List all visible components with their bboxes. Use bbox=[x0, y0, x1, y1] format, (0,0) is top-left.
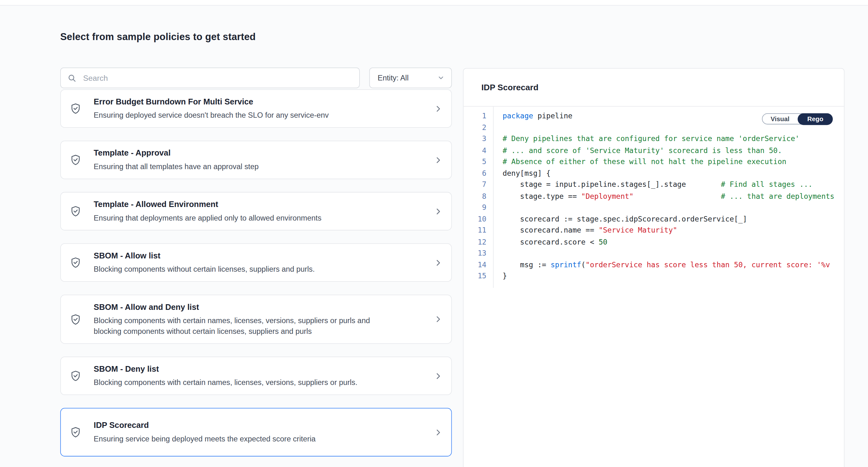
line-number: 5 bbox=[464, 156, 487, 168]
policy-text: SBOM - Deny list Blocking components wit… bbox=[94, 364, 425, 388]
line-number: 6 bbox=[464, 168, 487, 179]
policy-text: SBOM - Allow list Blocking components wi… bbox=[94, 251, 425, 274]
line-number-gutter: 123456789101112131415 bbox=[464, 107, 494, 288]
line-number: 15 bbox=[464, 271, 487, 282]
code-line: stage = input.pipeline.stages[_].stage #… bbox=[502, 179, 844, 191]
code-editor-wrap: Visual Rego 123456789101112131415 packag… bbox=[464, 107, 844, 288]
chevron-right-icon bbox=[434, 105, 442, 113]
policy-card[interactable]: Template - Approval Ensuring that all te… bbox=[60, 141, 452, 179]
code-panel-header: IDP Scorecard bbox=[464, 69, 844, 107]
policy-text: Error Budget Burndown For Multi Service … bbox=[94, 96, 425, 120]
policy-description: Ensuring deployed service doesn't breach… bbox=[94, 110, 375, 120]
policy-title: IDP Scorecard bbox=[94, 420, 425, 431]
search-box bbox=[60, 67, 360, 88]
policy-card[interactable]: SBOM - Allow list Blocking components wi… bbox=[60, 243, 452, 282]
chevron-right-icon bbox=[434, 428, 442, 436]
policy-title: SBOM - Allow and Deny list bbox=[94, 302, 425, 313]
entity-filter-label: Entity: All bbox=[377, 74, 408, 82]
policy-card[interactable]: Template - Allowed Environment Ensuring … bbox=[60, 192, 452, 230]
policy-card[interactable]: SBOM - Allow and Deny list Blocking comp… bbox=[60, 295, 452, 344]
code-line: } bbox=[502, 271, 844, 282]
code-line: scorecard.score < 50 bbox=[502, 236, 844, 248]
code-line bbox=[502, 248, 844, 259]
line-number: 8 bbox=[464, 191, 487, 202]
shield-check-icon bbox=[70, 370, 82, 382]
line-number: 12 bbox=[464, 236, 487, 248]
shield-check-icon bbox=[70, 426, 82, 438]
chevron-right-icon bbox=[434, 155, 442, 164]
code-line: # Deny pipelines that are configured for… bbox=[502, 134, 844, 145]
line-number: 1 bbox=[464, 111, 487, 122]
policy-title: SBOM - Allow list bbox=[94, 251, 425, 261]
shield-check-icon bbox=[70, 205, 82, 217]
line-number: 11 bbox=[464, 225, 487, 236]
code-line: scorecard := stage.spec.idpScorecard.ord… bbox=[502, 213, 844, 225]
view-toggle: Visual Rego bbox=[762, 113, 833, 124]
line-number: 9 bbox=[464, 202, 487, 213]
policy-description: Ensuring that all templates have an appr… bbox=[94, 161, 375, 172]
chevron-right-icon bbox=[434, 315, 442, 323]
chevron-right-icon bbox=[434, 207, 442, 215]
policy-title: Template - Approval bbox=[94, 148, 425, 159]
rego-toggle-button[interactable]: Rego bbox=[798, 113, 833, 125]
policy-card[interactable]: SBOM - Deny list Blocking components wit… bbox=[60, 356, 452, 395]
code-panel: IDP Scorecard Visual Rego 12345678910111… bbox=[463, 68, 845, 467]
page-title: Select from sample policies to get start… bbox=[60, 31, 256, 43]
code-line bbox=[502, 202, 844, 213]
policy-description: Blocking components with certain names, … bbox=[94, 315, 375, 337]
code-line: scorecard.name == "Service Maturity" bbox=[502, 225, 844, 236]
line-number: 13 bbox=[464, 248, 487, 259]
policy-text: Template - Approval Ensuring that all te… bbox=[94, 148, 425, 172]
policy-description: Ensuring service being deployed meets th… bbox=[94, 434, 375, 444]
app-viewport: Select from sample policies to get start… bbox=[0, 0, 868, 467]
line-number: 7 bbox=[464, 179, 487, 191]
visual-toggle-button[interactable]: Visual bbox=[762, 113, 798, 124]
top-bar bbox=[0, 0, 868, 6]
policy-text: SBOM - Allow and Deny list Blocking comp… bbox=[94, 302, 425, 337]
code-line: stage.type == "Deployment" # ... that ar… bbox=[502, 191, 844, 202]
search-icon bbox=[67, 74, 76, 82]
policy-card[interactable]: Error Budget Burndown For Multi Service … bbox=[60, 89, 452, 128]
code-line: # Absence of either of these will not ha… bbox=[502, 156, 844, 168]
panel-title: IDP Scorecard bbox=[481, 83, 538, 92]
shield-check-icon bbox=[70, 103, 82, 114]
search-input[interactable] bbox=[82, 73, 352, 83]
policy-title: SBOM - Deny list bbox=[94, 364, 425, 375]
policy-list: Error Budget Burndown For Multi Service … bbox=[60, 89, 452, 467]
code-line: # ... and score of 'Service Maturity' sc… bbox=[502, 145, 844, 156]
code-editor[interactable]: package pipeline # Deny pipelines that a… bbox=[494, 107, 844, 288]
chevron-right-icon bbox=[434, 258, 442, 267]
entity-filter-dropdown[interactable]: Entity: All bbox=[369, 67, 452, 88]
policy-card[interactable]: IDP Scorecard Ensuring service being dep… bbox=[60, 408, 452, 457]
line-number: 4 bbox=[464, 145, 487, 156]
policy-title: Error Budget Burndown For Multi Service bbox=[94, 96, 425, 107]
chevron-right-icon bbox=[434, 372, 442, 380]
line-number: 3 bbox=[464, 134, 487, 145]
policy-text: Template - Allowed Environment Ensuring … bbox=[94, 199, 425, 223]
policy-description: Blocking components with certain names, … bbox=[94, 377, 375, 388]
shield-check-icon bbox=[70, 313, 82, 325]
code-line: deny[msg] { bbox=[502, 168, 844, 179]
policy-description: Ensuring that deployments are applied on… bbox=[94, 213, 375, 224]
policy-description: Blocking components without certain lice… bbox=[94, 264, 375, 275]
policy-title: Template - Allowed Environment bbox=[94, 199, 425, 210]
shield-check-icon bbox=[70, 257, 82, 268]
line-number: 14 bbox=[464, 259, 487, 270]
code-line: msg := sprintf("orderService has score l… bbox=[502, 259, 844, 270]
shield-check-icon bbox=[70, 154, 82, 166]
policy-text: IDP Scorecard Ensuring service being dep… bbox=[94, 420, 425, 444]
line-number: 10 bbox=[464, 213, 487, 225]
chevron-down-icon bbox=[437, 74, 445, 81]
line-number: 2 bbox=[464, 122, 487, 133]
